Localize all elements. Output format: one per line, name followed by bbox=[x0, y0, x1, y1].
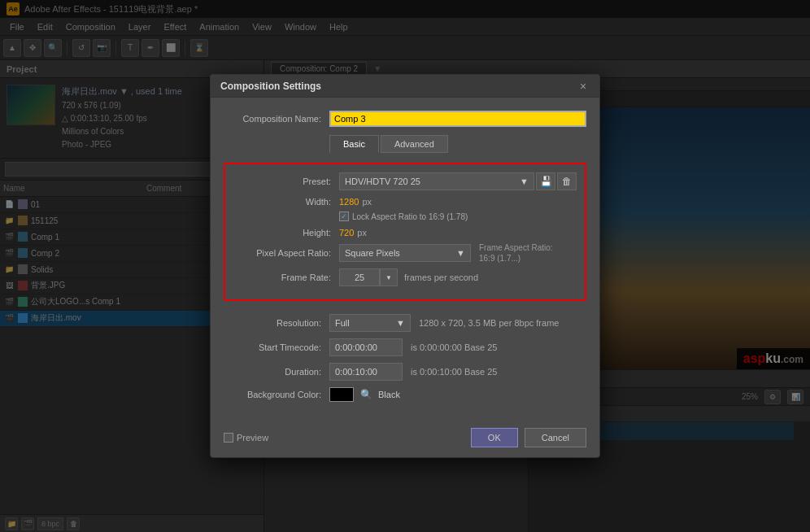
dialog-footer: Preview OK Cancel bbox=[211, 421, 599, 457]
bg-color-swatch[interactable] bbox=[329, 387, 354, 402]
modal-overlay: Composition Settings × Composition Name:… bbox=[0, 0, 810, 532]
frame-rate-input[interactable] bbox=[339, 268, 380, 286]
dialog-close-btn[interactable]: × bbox=[577, 80, 590, 93]
resolution-info: 1280 x 720, 3.5 MB per 8bpc frame bbox=[419, 318, 559, 328]
ok-button[interactable]: OK bbox=[471, 428, 518, 447]
frame-rate-unit: frames per second bbox=[404, 273, 478, 282]
bg-color-row: Background Color: 🔍 Black bbox=[224, 387, 586, 402]
form-section-below: Resolution: Full ▼ 1280 x 720, 3.5 MB pe… bbox=[224, 311, 586, 402]
width-label: Width: bbox=[233, 197, 331, 207]
comp-name-row: Composition Name: bbox=[224, 111, 586, 127]
start-timecode-field[interactable]: 0:00:00:00 bbox=[329, 338, 403, 356]
preset-select[interactable]: HDV/HDTV 720 25 ▼ bbox=[339, 172, 534, 190]
dialog-title-bar: Composition Settings × bbox=[211, 75, 599, 98]
preview-label: Preview bbox=[237, 433, 268, 443]
tab-basic[interactable]: Basic bbox=[329, 135, 379, 153]
width-unit: px bbox=[362, 197, 372, 207]
comp-name-input[interactable] bbox=[329, 111, 586, 127]
bg-color-label: Background Color: bbox=[224, 390, 321, 399]
duration-field[interactable]: 0:00:10:00 bbox=[329, 363, 403, 381]
pixel-aspect-label: Pixel Aspect Ratio: bbox=[233, 248, 331, 258]
resolution-arrow: ▼ bbox=[396, 318, 405, 328]
pixel-aspect-row: Pixel Aspect Ratio: Square Pixels ▼ Fram… bbox=[233, 242, 577, 264]
height-unit: px bbox=[357, 228, 367, 238]
preview-checkbox[interactable] bbox=[224, 433, 233, 443]
preset-arrow: ▼ bbox=[520, 177, 529, 186]
dialog-tabs-row: Basic Advanced bbox=[329, 135, 586, 153]
duration-row: Duration: 0:00:10:00 is 0:00:10:00 Base … bbox=[224, 363, 586, 381]
start-timecode-row: Start Timecode: 0:00:00:00 is 0:00:00:00… bbox=[224, 338, 586, 356]
preview-row: Preview bbox=[224, 433, 268, 443]
height-label: Height: bbox=[233, 228, 331, 238]
comp-name-label: Composition Name: bbox=[224, 114, 321, 124]
resolution-label: Resolution: bbox=[224, 318, 321, 328]
preset-delete-btn[interactable]: 🗑 bbox=[557, 172, 577, 190]
width-row: Width: 1280 px bbox=[233, 197, 577, 207]
height-row: Height: 720 px bbox=[233, 228, 577, 238]
lock-aspect-label: Lock Aspect Ratio to 16:9 (1.78) bbox=[352, 212, 468, 221]
pixel-aspect-select[interactable]: Square Pixels ▼ bbox=[339, 244, 471, 262]
resolution-row: Resolution: Full ▼ 1280 x 720, 3.5 MB pe… bbox=[224, 314, 586, 332]
pixel-aspect-value: Square Pixels bbox=[345, 248, 400, 258]
frame-aspect-info: Frame Aspect Ratio: 16:9 (1.7...) bbox=[479, 242, 577, 264]
bg-color-name: Black bbox=[378, 390, 400, 399]
frame-aspect-value: 16:9 (1.7...) bbox=[479, 253, 577, 264]
duration-label: Duration: bbox=[224, 367, 321, 377]
resolution-value: Full bbox=[335, 318, 350, 328]
start-timecode-info: is 0:00:00:00 Base 25 bbox=[411, 342, 497, 352]
highlight-box: Preset: HDV/HDTV 720 25 ▼ 💾 🗑 Width: 128… bbox=[224, 163, 586, 301]
start-timecode-label: Start Timecode: bbox=[224, 342, 321, 352]
frame-aspect-label: Frame Aspect Ratio: bbox=[479, 242, 577, 253]
lock-aspect-row: ✓ Lock Aspect Ratio to 16:9 (1.78) bbox=[339, 211, 577, 221]
pixel-aspect-arrow: ▼ bbox=[456, 248, 465, 258]
resolution-select[interactable]: Full ▼ bbox=[329, 314, 411, 332]
dialog-title: Composition Settings bbox=[220, 81, 321, 92]
cancel-button[interactable]: Cancel bbox=[525, 428, 586, 447]
frame-rate-row: Frame Rate: ▼ frames per second bbox=[233, 268, 577, 286]
preset-label: Preset: bbox=[233, 177, 331, 186]
footer-buttons: OK Cancel bbox=[471, 428, 586, 447]
frame-rate-label: Frame Rate: bbox=[233, 273, 331, 282]
frame-rate-dropdown[interactable]: ▼ bbox=[380, 268, 398, 286]
tab-advanced[interactable]: Advanced bbox=[381, 135, 448, 153]
duration-info: is 0:00:10:00 Base 25 bbox=[411, 367, 497, 377]
composition-settings-dialog: Composition Settings × Composition Name:… bbox=[210, 74, 600, 458]
preset-value: HDV/HDTV 720 25 bbox=[345, 177, 420, 186]
width-value: 1280 bbox=[339, 197, 359, 207]
dialog-body: Composition Name: Basic Advanced Preset:… bbox=[211, 98, 599, 421]
preset-save-btn[interactable]: 💾 bbox=[536, 172, 555, 190]
lock-aspect-checkbox[interactable]: ✓ bbox=[339, 211, 349, 221]
height-value: 720 bbox=[339, 228, 354, 238]
preset-row: Preset: HDV/HDTV 720 25 ▼ 💾 🗑 bbox=[233, 172, 577, 190]
bg-color-dropper[interactable]: 🔍 bbox=[359, 387, 373, 402]
